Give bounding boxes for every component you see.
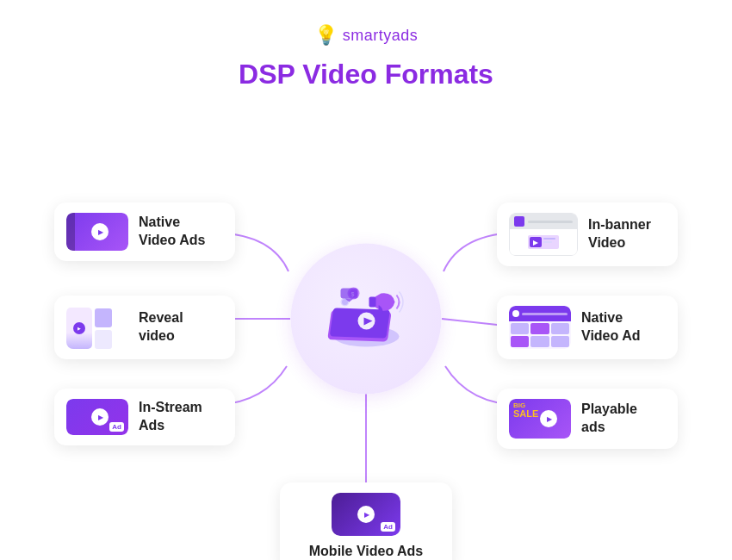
svg-rect-19	[543, 238, 555, 240]
svg-rect-8	[369, 296, 375, 307]
thumb-inbanner	[509, 213, 578, 256]
card-instream-ads: In-StreamAds	[54, 389, 235, 445]
label-instream-ads: In-StreamAds	[139, 399, 202, 435]
brand-header: 💡 smartyads	[314, 24, 419, 47]
thumb-native-ad	[509, 306, 571, 349]
thumb-reveal-video: ▶	[66, 306, 128, 349]
label-reveal-video: Revealvideo	[139, 309, 183, 345]
label-native-video-ads: NativeVideo Ads	[139, 214, 205, 250]
brand-name: smartyads	[343, 27, 419, 45]
thumb-playable: BIGSALE	[509, 399, 571, 439]
diagram: $ NativeVideo Ads ▶	[30, 99, 702, 538]
svg-rect-14	[340, 288, 357, 298]
card-native-video-ad: NativeVideo Ad	[497, 296, 678, 359]
thumb-native-video-ads	[66, 213, 128, 251]
label-mobile-video-ads: Mobile Video Ads	[309, 543, 423, 560]
label-native-video-ad: NativeVideo Ad	[581, 309, 640, 345]
logo-icon: 💡	[314, 24, 338, 47]
card-inbanner-video: In-bannerVideo	[497, 202, 678, 266]
card-playable-ads: BIGSALE Playableads	[497, 389, 678, 449]
label-inbanner-video: In-bannerVideo	[588, 216, 651, 252]
center-circle: $	[291, 244, 442, 395]
card-reveal-video: ▶ Revealvideo	[54, 296, 235, 359]
thumb-instream-ads	[66, 399, 128, 435]
center-illustration: $	[319, 276, 413, 362]
thumb-mobile-video	[332, 493, 400, 536]
card-native-video-ads: NativeVideo Ads	[54, 202, 235, 261]
page-title: DSP Video Formats	[239, 59, 493, 90]
card-mobile-video-ads: Mobile Video Ads	[280, 482, 452, 560]
label-playable-ads: Playableads	[581, 401, 637, 437]
svg-rect-20	[543, 241, 552, 243]
